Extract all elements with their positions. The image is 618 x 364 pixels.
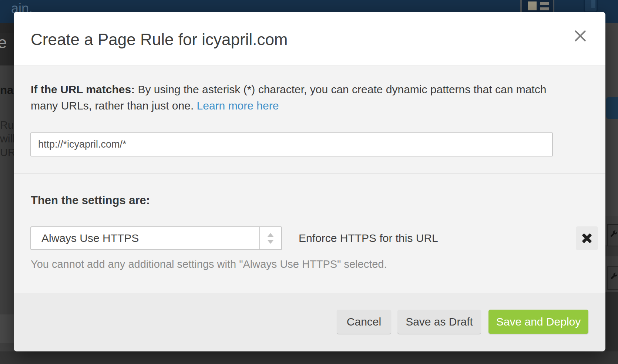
section-divider: [14, 173, 605, 174]
modal-footer: Cancel Save as Draft Save and Deploy: [14, 293, 605, 351]
backdrop-edit-button: [607, 224, 618, 246]
wrench-icon: [609, 230, 618, 238]
backdrop-heading-fragment: e: [0, 33, 7, 52]
layout-icon-square: [528, 1, 537, 10]
modal-header: Create a Page Rule for icyapril.com: [14, 12, 605, 65]
panel-icon-inner: [591, 0, 595, 8]
backdrop-text-fragment: will: [0, 133, 14, 145]
layout-icon-bar: [540, 2, 549, 5]
backdrop-button-fragment: [606, 97, 618, 119]
wrench-icon: [610, 272, 618, 280]
backdrop-bottom-left-patch: [0, 314, 14, 343]
learn-more-link[interactable]: Learn more here: [197, 100, 279, 112]
panel-icon: [584, 0, 598, 13]
backdrop-edit-button: [607, 266, 618, 290]
layout-icon-bar: [540, 7, 549, 10]
url-match-paragraph: If the URL matches: By using the asteris…: [31, 81, 560, 114]
backdrop-left-dark-patch: e: [0, 33, 14, 65]
helper-text: You cannot add any additional settings w…: [31, 257, 387, 271]
url-match-description-line2: many URLs, rather than just one.: [31, 100, 197, 112]
remove-setting-button[interactable]: [576, 226, 598, 250]
backdrop-right-dark-patch: [605, 292, 618, 351]
backdrop-right-strip: [605, 23, 618, 216]
backdrop-text-fragment: Ru: [0, 119, 14, 131]
setting-select[interactable]: Always Use HTTPS: [30, 226, 282, 250]
url-pattern-input[interactable]: [30, 132, 553, 156]
select-value: Always Use HTTPS: [41, 227, 139, 249]
url-match-label: If the URL matches:: [31, 83, 135, 95]
settings-heading: Then the settings are:: [31, 194, 150, 207]
up-triangle-icon: [267, 233, 274, 237]
save-as-draft-button[interactable]: Save as Draft: [397, 310, 481, 334]
url-match-description-line1: By using the asterisk (*) character, you…: [135, 83, 546, 95]
select-stepper-icon[interactable]: [259, 227, 281, 249]
modal-title: Create a Page Rule for icyapril.com: [31, 30, 288, 49]
down-triangle-icon: [267, 240, 274, 244]
create-page-rule-modal: Create a Page Rule for icyapril.com If t…: [14, 12, 605, 351]
backdrop-bold-text-fragment: nav: [0, 84, 14, 97]
backdrop-text-fragment: UR: [0, 146, 14, 159]
backdrop-bottom-strip: [0, 351, 618, 364]
save-and-deploy-button[interactable]: Save and Deploy: [488, 310, 588, 334]
backdrop-right-band: [605, 245, 618, 256]
close-button[interactable]: [572, 27, 589, 44]
setting-description: Enforce HTTPS for this URL: [299, 226, 438, 250]
cancel-button[interactable]: Cancel: [337, 310, 391, 334]
